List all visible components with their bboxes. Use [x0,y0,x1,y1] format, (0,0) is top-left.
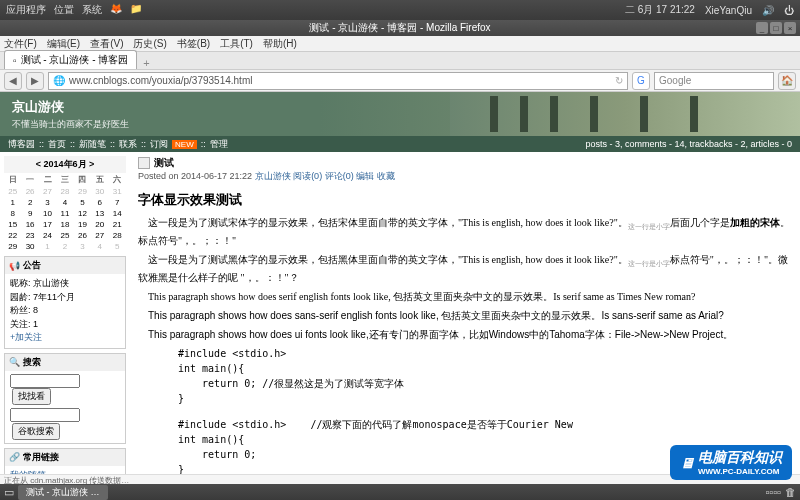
menu-bookmarks[interactable]: 书签(B) [177,37,210,51]
navigation-toolbar: ◀ ▶ 🌐 www.cnblogs.com/youxia/p/3793514.h… [0,70,800,92]
search-icon: 🔍 [9,357,20,367]
new-tab-button[interactable]: + [137,57,155,69]
following: 关注: 1 [10,318,120,332]
menu-help[interactable]: 帮助(H) [263,37,297,51]
menu-history[interactable]: 历史(S) [133,37,166,51]
forward-button[interactable]: ▶ [26,72,44,90]
follow-link[interactable]: +加关注 [10,331,120,345]
post-edit[interactable]: 编辑 [356,171,374,181]
content-heading: 字体显示效果测试 [138,191,792,209]
paragraph-1: 这一段是为了测试宋体字的显示效果，包括宋体里面自带的英文字体，"This is … [138,215,792,249]
window-title: 测试 - 京山游侠 - 博客园 - Mozilla Firefox [309,21,490,35]
show-desktop-icon[interactable]: ▭ [4,486,14,499]
post-meta: Posted on 2014-06-17 21:22 京山游侠 阅读(0) 评论… [138,170,792,183]
post-read[interactable]: 阅读(0) [293,171,322,181]
page-content: 京山游侠 不懂当骑士的画家不是好医生 博客园 :: 首页 :: 新随笔 :: 联… [0,92,800,480]
nav-cnblogs[interactable]: 博客园 [8,138,35,151]
menu-view[interactable]: 查看(V) [90,37,123,51]
minimize-button[interactable]: _ [756,22,768,34]
blog-age: 园龄: 7年11个月 [10,291,120,305]
nickname: 昵称: 京山游侠 [10,277,120,291]
post-author[interactable]: 京山游侠 [255,171,291,181]
search-box-widget: 🔍搜索 找找看 谷歌搜索 [4,353,126,444]
site-search-button[interactable]: 找找看 [12,388,51,405]
search-engine-icon[interactable]: G [632,72,650,90]
gnome-top-panel: 应用程序 位置 系统 🦊 📁 二 6月 17 21:22 XieYanQiu 🔊… [0,0,800,20]
url-bar[interactable]: 🌐 www.cnblogs.com/youxia/p/3793514.html … [48,72,628,90]
menu-file[interactable]: 文件(F) [4,37,37,51]
paragraph-3: This paragraph shows how does serif engl… [138,289,792,305]
nav-newpost[interactable]: 新随笔 [79,138,106,151]
site-identity-icon[interactable]: 🌐 [53,75,65,86]
menu-tools[interactable]: 工具(T) [220,37,253,51]
nav-subscribe[interactable]: 订阅 [150,138,168,151]
google-search-button[interactable]: 谷歌搜索 [12,423,60,440]
post-fav[interactable]: 收藏 [377,171,395,181]
search-box[interactable]: Google [654,72,774,90]
power-icon[interactable]: ⏻ [784,5,794,16]
tab-favicon: ▫ [13,55,17,66]
close-button[interactable]: × [784,22,796,34]
blog-banner: 京山游侠 不懂当骑士的画家不是好医生 [0,92,800,136]
trash-icon[interactable]: 🗑 [785,486,796,498]
gnome-bottom-panel: ▭ 测试 - 京山游侠 … ▫▫▫▫ 🗑 [0,484,800,500]
nav-admin[interactable]: 管理 [210,138,228,151]
post-comments[interactable]: 评论(0) [325,171,354,181]
site-search-input[interactable] [10,374,80,388]
post-title[interactable]: 测试 [154,156,174,170]
blog-nav: 博客园 :: 首页 :: 新随笔 :: 联系 :: 订阅 NEW :: 管理 p… [0,136,800,152]
new-badge: NEW [172,140,197,149]
pc-icon: 🖥 [680,455,694,471]
reload-icon[interactable]: ↻ [615,75,623,86]
apps-menu[interactable]: 应用程序 [6,3,46,17]
paragraph-5: This paragraph shows how does ui fonts l… [138,327,792,343]
firefox-launcher-icon[interactable]: 🦊 [110,3,122,17]
clock[interactable]: 二 6月 17 21:22 [625,3,695,17]
menu-edit[interactable]: 编辑(E) [47,37,80,51]
nav-home[interactable]: 首页 [48,138,66,151]
launcher-icon[interactable]: 📁 [130,3,142,17]
paragraph-4: This paragraph shows how does sans-serif… [138,308,792,324]
tab-title: 测试 - 京山游侠 - 博客园 [21,53,129,67]
blog-title[interactable]: 京山游侠 [12,98,788,116]
tab-strip: ▫ 测试 - 京山游侠 - 博客园 + [0,52,800,70]
blog-stats: posts - 3, comments - 14, trackbacks - 2… [585,139,792,149]
places-menu[interactable]: 位置 [54,3,74,17]
home-button[interactable]: 🏠 [778,72,796,90]
window-titlebar: 测试 - 京山游侠 - 博客园 - Mozilla Firefox _ □ × [0,20,800,36]
user-menu[interactable]: XieYanQiu [705,5,752,16]
blog-subtitle: 不懂当骑士的画家不是好医生 [12,118,788,131]
browser-tab[interactable]: ▫ 测试 - 京山游侠 - 博客园 [4,50,137,69]
volume-icon[interactable]: 🔊 [762,5,774,16]
watermark-logo: 🖥 电脑百科知识 WWW.PC-DAILY.COM [670,445,792,480]
google-search-input[interactable] [10,408,80,422]
workspace-switcher[interactable]: ▫▫▫▫ [765,486,781,498]
back-button[interactable]: ◀ [4,72,22,90]
sidebar: < 2014年6月 > 日一二三四五六 25262728293031 12345… [0,152,130,480]
search-placeholder: Google [659,75,691,86]
taskbar-window-button[interactable]: 测试 - 京山游侠 … [18,485,108,500]
calendar-title: < 2014年6月 > [4,156,126,173]
post-icon [138,157,150,169]
followers: 粉丝: 8 [10,304,120,318]
paragraph-2: 这一段是为了测试黑体字的显示效果，包括黑体里面自带的英文字体，"This is … [138,252,792,286]
post-main: 测试 Posted on 2014-06-17 21:22 京山游侠 阅读(0)… [130,152,800,480]
calendar[interactable]: 日一二三四五六 25262728293031 1234567 891011121… [4,173,126,252]
code-block-1: #include <stdio.h> int main(){ return 0;… [178,346,792,406]
system-menu[interactable]: 系统 [82,3,102,17]
url-text: www.cnblogs.com/youxia/p/3793514.html [69,75,252,86]
maximize-button[interactable]: □ [770,22,782,34]
link-icon: 🔗 [9,452,20,462]
nav-contact[interactable]: 联系 [119,138,137,151]
announce-box: 📢公告 昵称: 京山游侠 园龄: 7年11个月 粉丝: 8 关注: 1 +加关注 [4,256,126,349]
speaker-icon: 📢 [9,261,20,271]
